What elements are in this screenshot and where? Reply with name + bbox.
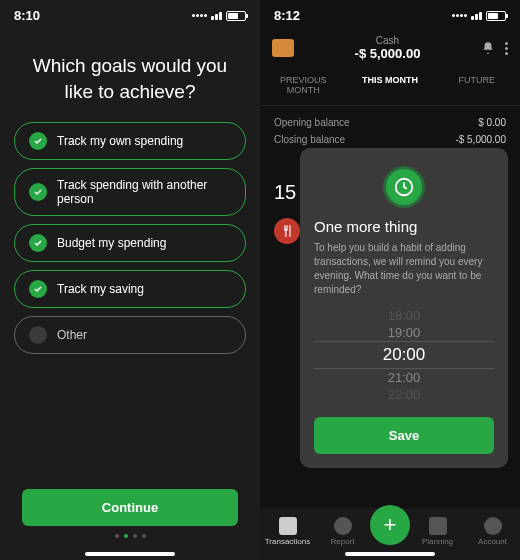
account-header: Cash -$ 5,000.00 <box>260 31 520 65</box>
status-bar: 8:10 <box>0 0 260 31</box>
goal-label: Track spending with another person <box>57 178 231 206</box>
check-icon <box>29 234 47 252</box>
wifi-icon <box>211 12 222 20</box>
modal-title: One more thing <box>314 218 494 235</box>
tab-future[interactable]: FUTURE <box>433 71 520 99</box>
month-tabs: PREVIOUS MONTH THIS MONTH FUTURE <box>260 65 520 106</box>
nav-planning[interactable]: Planning <box>410 517 465 546</box>
wallet-icon[interactable] <box>272 39 294 57</box>
goal-option-shared-spending[interactable]: Track spending with another person <box>14 168 246 216</box>
food-icon <box>274 218 300 244</box>
nav-report[interactable]: Report <box>315 517 370 546</box>
opening-value: $ 0.00 <box>478 117 506 128</box>
check-icon <box>29 280 47 298</box>
transactions-screen: 8:12 Cash -$ 5,000.00 PREVIOUS MONTH THI… <box>260 0 520 560</box>
goal-options: Track my own spending Track spending wit… <box>0 122 260 354</box>
modal-text: To help you build a habit of adding tran… <box>314 241 494 297</box>
check-icon <box>29 183 47 201</box>
continue-button[interactable]: Continue <box>22 489 238 526</box>
page-dots <box>0 534 260 538</box>
day-number: 15 <box>274 181 296 204</box>
picker-option[interactable]: 19:00 <box>314 324 494 341</box>
save-button[interactable]: Save <box>314 417 494 454</box>
battery-icon <box>486 11 506 21</box>
add-button[interactable]: + <box>370 505 410 545</box>
goal-label: Other <box>57 328 87 342</box>
status-bar: 8:12 <box>260 0 520 31</box>
goal-option-other[interactable]: Other <box>14 316 246 354</box>
wifi-icon <box>471 12 482 20</box>
picker-selected[interactable]: 20:00 <box>314 341 494 369</box>
check-icon <box>29 132 47 150</box>
status-time: 8:12 <box>274 8 300 23</box>
clock-icon <box>383 166 425 208</box>
goal-option-budget[interactable]: Budget my spending <box>14 224 246 262</box>
status-time: 8:10 <box>14 8 40 23</box>
nav-transactions[interactable]: Transactions <box>260 517 315 546</box>
battery-icon <box>226 11 246 21</box>
home-indicator <box>345 552 435 556</box>
reminder-modal: One more thing To help you build a habit… <box>300 148 508 468</box>
goal-option-own-spending[interactable]: Track my own spending <box>14 122 246 160</box>
account-balance: -$ 5,000.00 <box>355 46 421 61</box>
closing-label: Closing balance <box>274 134 345 145</box>
more-icon[interactable] <box>505 42 508 55</box>
tab-previous[interactable]: PREVIOUS MONTH <box>260 71 347 99</box>
cellular-icon <box>192 14 207 17</box>
goal-label: Track my saving <box>57 282 144 296</box>
cellular-icon <box>452 14 467 17</box>
check-icon <box>29 326 47 344</box>
goal-option-saving[interactable]: Track my saving <box>14 270 246 308</box>
picker-option[interactable]: 18:00 <box>314 307 494 324</box>
time-picker[interactable]: 18:00 19:00 20:00 21:00 22:00 <box>314 307 494 403</box>
bell-icon[interactable] <box>481 41 495 55</box>
goal-label: Budget my spending <box>57 236 166 250</box>
goal-label: Track my own spending <box>57 134 183 148</box>
picker-option[interactable]: 22:00 <box>314 386 494 403</box>
onboarding-title: Which goals would you like to achieve? <box>0 31 260 122</box>
onboarding-screen: 8:10 Which goals would you like to achie… <box>0 0 260 560</box>
picker-option[interactable]: 21:00 <box>314 369 494 386</box>
home-indicator <box>85 552 175 556</box>
closing-value: -$ 5,000.00 <box>455 134 506 145</box>
tab-this-month[interactable]: THIS MONTH <box>347 71 434 99</box>
nav-account[interactable]: Account <box>465 517 520 546</box>
account-label: Cash <box>355 35 421 46</box>
opening-label: Opening balance <box>274 117 350 128</box>
